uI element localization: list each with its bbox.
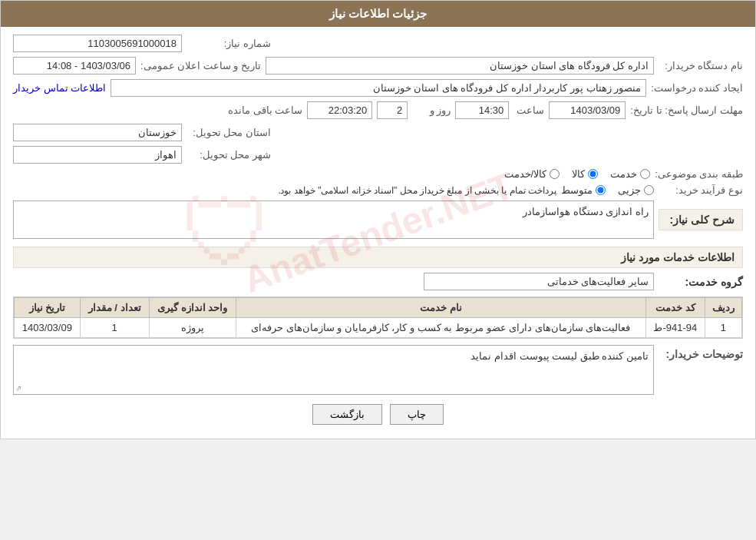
deadline-row: مهلت ارسال پاسخ: تا تاریخ: 1403/03/09 سا… — [13, 101, 743, 119]
page-wrapper: جزئیات اطلاعات نیاز 🛡 AnatTender.NET شما… — [0, 0, 756, 439]
deadline-remaining-label: ساعت باقی مانده — [226, 104, 302, 116]
province-row: استان محل تحویل: خوزستان — [13, 124, 743, 141]
buyer-notes-container: تامین کننده طبق لیست پیوست اقدام نماید ⇗ — [13, 345, 654, 395]
cell-name: فعالیت‌های سازمان‌های دارای عضو مربوط به… — [236, 318, 645, 338]
group-service-row: گروه خدمت: سایر فعالیت‌های خدماتی — [13, 273, 743, 290]
deadline-days-label: روز و — [412, 104, 451, 116]
deadline-date: 1403/03/09 — [549, 101, 626, 119]
category-label: طبقه بندی موضوعی: — [655, 168, 743, 180]
table-header-row: ردیف کد خدمت نام خدمت واحد اندازه گیری ت… — [15, 298, 742, 318]
cell-unit: پروژه — [149, 318, 236, 338]
category-option-goods[interactable]: کالا — [572, 168, 598, 180]
category-both-label: کالا/خدمت — [504, 168, 547, 180]
category-row: طبقه بندی موضوعی: خدمت کالا کالا/خدمت — [13, 168, 743, 180]
need-number-value: 1103005691000018 — [13, 35, 182, 52]
process-options: جزیی متوسط — [561, 184, 654, 196]
province-label: استان محل تحویل: — [187, 127, 271, 138]
deadline-days: 2 — [377, 101, 408, 119]
buyer-notes-label: توضیحات خریدار: — [659, 345, 743, 360]
buyer-org-value: اداره کل فرودگاه های استان خوزستان — [266, 57, 654, 75]
category-options: خدمت کالا کالا/خدمت — [504, 168, 651, 180]
radio-partial[interactable] — [644, 185, 654, 195]
cell-qty: 1 — [80, 318, 149, 338]
cell-row: 1 — [705, 318, 741, 338]
buyer-org-label: نام دستگاه خریدار: — [659, 60, 743, 71]
services-tbody: 1 941-94-ط فعالیت‌های سازمان‌های دارای ع… — [15, 318, 742, 338]
contact-link[interactable]: اطلاعات تماس خریدار — [13, 82, 106, 94]
process-option-medium[interactable]: متوسط — [561, 184, 606, 196]
col-date: تاریخ نیاز — [15, 298, 81, 318]
print-button[interactable]: چاپ — [390, 404, 444, 425]
category-goods-label: کالا — [572, 168, 585, 180]
radio-both[interactable] — [550, 169, 560, 179]
cell-code: 941-94-ط — [645, 318, 705, 338]
process-partial-label: جزیی — [618, 184, 641, 196]
radio-goods[interactable] — [588, 169, 598, 179]
buyer-notes-text: تامین کننده طبق لیست پیوست اقدام نماید — [470, 350, 649, 362]
creator-row: ایجاد کننده درخواست: منصور زهتاب پور کار… — [13, 79, 743, 97]
deadline-time-label: ساعت — [513, 104, 544, 116]
description-row: شرح کلی نیاز: راه اندازی دستگاه هواسازما… — [13, 200, 743, 239]
services-section-title: اطلاعات خدمات مورد نیاز — [13, 247, 743, 268]
category-option-both[interactable]: کالا/خدمت — [504, 168, 560, 180]
resize-icon: ⇗ — [15, 384, 21, 393]
radio-service[interactable] — [640, 169, 650, 179]
description-value: راه اندازی دستگاه هواسازمادر — [13, 200, 654, 239]
services-table: ردیف کد خدمت نام خدمت واحد اندازه گیری ت… — [14, 297, 742, 338]
col-name: نام خدمت — [236, 298, 645, 318]
need-number-row: شماره نیاز: 1103005691000018 — [13, 35, 743, 52]
buyer-notes-content: تامین کننده طبق لیست پیوست اقدام نماید ⇗ — [13, 345, 654, 395]
col-code: کد خدمت — [645, 298, 705, 318]
city-row: شهر محل تحویل: اهواز — [13, 146, 743, 164]
need-number-label: شماره نیاز: — [187, 38, 271, 49]
deadline-time: 14:30 — [455, 101, 509, 119]
province-value: خوزستان — [13, 124, 182, 141]
radio-medium[interactable] — [596, 185, 606, 195]
creator-label: ایجاد کننده درخواست: — [651, 82, 743, 94]
buyer-org-row: نام دستگاه خریدار: اداره کل فرودگاه های … — [13, 57, 743, 75]
buttons-row: چاپ بازگشت — [13, 404, 743, 425]
col-row: ردیف — [705, 298, 741, 318]
page-title: جزئیات اطلاعات نیاز — [329, 7, 427, 20]
date-value: 1403/03/06 - 14:08 — [13, 57, 136, 75]
deadline-remaining: 22:03:20 — [307, 101, 372, 119]
group-service-label: گروه خدمت: — [659, 276, 743, 288]
city-label: شهر محل تحویل: — [187, 149, 271, 161]
main-content: 🛡 AnatTender.NET شماره نیاز: 11030056910… — [1, 27, 755, 439]
deadline-label: مهلت ارسال پاسخ: تا تاریخ: — [630, 104, 743, 116]
description-label: شرح کلی نیاز: — [659, 209, 743, 230]
col-unit: واحد اندازه گیری — [149, 298, 236, 318]
process-medium-label: متوسط — [561, 184, 593, 196]
buyer-notes-row: توضیحات خریدار: تامین کننده طبق لیست پیو… — [13, 345, 743, 395]
category-service-label: خدمت — [610, 168, 637, 180]
process-row: نوع فرآیند خرید: جزیی متوسط پرداخت تمام … — [13, 184, 743, 196]
creator-value: منصور زهتاب پور کاربردار اداره کل فرودگا… — [111, 79, 646, 97]
page-header: جزئیات اطلاعات نیاز — [1, 1, 755, 27]
city-value: اهواز — [13, 146, 182, 164]
col-qty: تعداد / مقدار — [80, 298, 149, 318]
group-service-value: سایر فعالیت‌های خدماتی — [424, 273, 654, 290]
process-option-partial[interactable]: جزیی — [618, 184, 654, 196]
process-label: نوع فرآیند خرید: — [659, 184, 743, 196]
table-row: 1 941-94-ط فعالیت‌های سازمان‌های دارای ع… — [15, 318, 742, 338]
process-note: پرداخت تمام یا بخشی از مبلغ خریداز محل "… — [278, 185, 556, 196]
date-label: تاریخ و ساعت اعلان عمومی: — [140, 60, 261, 71]
cell-date: 1403/03/09 — [15, 318, 81, 338]
category-option-service[interactable]: خدمت — [610, 168, 650, 180]
services-table-wrapper: ردیف کد خدمت نام خدمت واحد اندازه گیری ت… — [13, 297, 743, 339]
back-button[interactable]: بازگشت — [312, 404, 382, 425]
